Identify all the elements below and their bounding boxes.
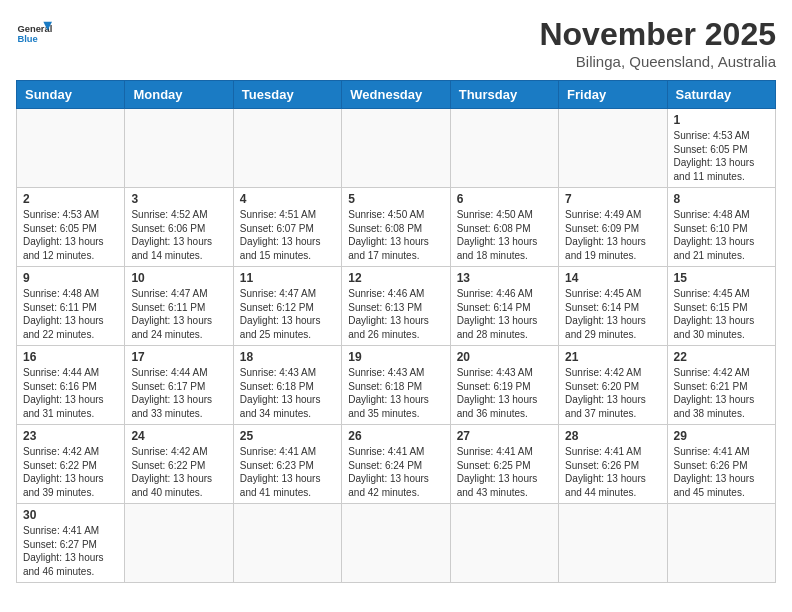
day-info: Sunrise: 4:50 AM Sunset: 6:08 PM Dayligh… bbox=[348, 208, 443, 262]
calendar-cell: 20Sunrise: 4:43 AM Sunset: 6:19 PM Dayli… bbox=[450, 346, 558, 425]
header-cell-wednesday: Wednesday bbox=[342, 81, 450, 109]
day-info: Sunrise: 4:50 AM Sunset: 6:08 PM Dayligh… bbox=[457, 208, 552, 262]
day-info: Sunrise: 4:44 AM Sunset: 6:17 PM Dayligh… bbox=[131, 366, 226, 420]
month-title: November 2025 bbox=[539, 16, 776, 53]
day-number: 4 bbox=[240, 192, 335, 206]
title-area: November 2025 Bilinga, Queensland, Austr… bbox=[539, 16, 776, 70]
logo-icon: General Blue bbox=[16, 16, 52, 52]
day-info: Sunrise: 4:42 AM Sunset: 6:22 PM Dayligh… bbox=[131, 445, 226, 499]
header-cell-friday: Friday bbox=[559, 81, 667, 109]
calendar-cell: 22Sunrise: 4:42 AM Sunset: 6:21 PM Dayli… bbox=[667, 346, 775, 425]
calendar-cell: 9Sunrise: 4:48 AM Sunset: 6:11 PM Daylig… bbox=[17, 267, 125, 346]
day-info: Sunrise: 4:42 AM Sunset: 6:20 PM Dayligh… bbox=[565, 366, 660, 420]
day-number: 17 bbox=[131, 350, 226, 364]
calendar-cell: 2Sunrise: 4:53 AM Sunset: 6:05 PM Daylig… bbox=[17, 188, 125, 267]
calendar-cell: 17Sunrise: 4:44 AM Sunset: 6:17 PM Dayli… bbox=[125, 346, 233, 425]
day-number: 2 bbox=[23, 192, 118, 206]
day-info: Sunrise: 4:45 AM Sunset: 6:14 PM Dayligh… bbox=[565, 287, 660, 341]
header-cell-tuesday: Tuesday bbox=[233, 81, 341, 109]
calendar-cell bbox=[450, 109, 558, 188]
day-info: Sunrise: 4:52 AM Sunset: 6:06 PM Dayligh… bbox=[131, 208, 226, 262]
calendar-cell: 11Sunrise: 4:47 AM Sunset: 6:12 PM Dayli… bbox=[233, 267, 341, 346]
day-info: Sunrise: 4:49 AM Sunset: 6:09 PM Dayligh… bbox=[565, 208, 660, 262]
day-number: 25 bbox=[240, 429, 335, 443]
day-number: 29 bbox=[674, 429, 769, 443]
day-number: 28 bbox=[565, 429, 660, 443]
day-number: 27 bbox=[457, 429, 552, 443]
day-info: Sunrise: 4:41 AM Sunset: 6:25 PM Dayligh… bbox=[457, 445, 552, 499]
calendar-week-row: 23Sunrise: 4:42 AM Sunset: 6:22 PM Dayli… bbox=[17, 425, 776, 504]
day-info: Sunrise: 4:51 AM Sunset: 6:07 PM Dayligh… bbox=[240, 208, 335, 262]
calendar-cell: 3Sunrise: 4:52 AM Sunset: 6:06 PM Daylig… bbox=[125, 188, 233, 267]
location-title: Bilinga, Queensland, Australia bbox=[539, 53, 776, 70]
day-info: Sunrise: 4:43 AM Sunset: 6:19 PM Dayligh… bbox=[457, 366, 552, 420]
calendar-week-row: 9Sunrise: 4:48 AM Sunset: 6:11 PM Daylig… bbox=[17, 267, 776, 346]
day-info: Sunrise: 4:47 AM Sunset: 6:12 PM Dayligh… bbox=[240, 287, 335, 341]
calendar-cell: 4Sunrise: 4:51 AM Sunset: 6:07 PM Daylig… bbox=[233, 188, 341, 267]
calendar-cell: 18Sunrise: 4:43 AM Sunset: 6:18 PM Dayli… bbox=[233, 346, 341, 425]
day-number: 26 bbox=[348, 429, 443, 443]
calendar-cell bbox=[450, 504, 558, 583]
day-number: 6 bbox=[457, 192, 552, 206]
calendar-cell: 28Sunrise: 4:41 AM Sunset: 6:26 PM Dayli… bbox=[559, 425, 667, 504]
calendar-cell: 13Sunrise: 4:46 AM Sunset: 6:14 PM Dayli… bbox=[450, 267, 558, 346]
calendar-week-row: 2Sunrise: 4:53 AM Sunset: 6:05 PM Daylig… bbox=[17, 188, 776, 267]
calendar-week-row: 1Sunrise: 4:53 AM Sunset: 6:05 PM Daylig… bbox=[17, 109, 776, 188]
calendar-cell: 5Sunrise: 4:50 AM Sunset: 6:08 PM Daylig… bbox=[342, 188, 450, 267]
day-number: 23 bbox=[23, 429, 118, 443]
calendar-cell bbox=[559, 109, 667, 188]
calendar-cell bbox=[342, 504, 450, 583]
day-number: 18 bbox=[240, 350, 335, 364]
calendar-cell: 23Sunrise: 4:42 AM Sunset: 6:22 PM Dayli… bbox=[17, 425, 125, 504]
day-info: Sunrise: 4:41 AM Sunset: 6:26 PM Dayligh… bbox=[674, 445, 769, 499]
calendar-cell: 10Sunrise: 4:47 AM Sunset: 6:11 PM Dayli… bbox=[125, 267, 233, 346]
calendar-cell: 14Sunrise: 4:45 AM Sunset: 6:14 PM Dayli… bbox=[559, 267, 667, 346]
day-info: Sunrise: 4:41 AM Sunset: 6:24 PM Dayligh… bbox=[348, 445, 443, 499]
calendar-cell bbox=[233, 109, 341, 188]
calendar-cell bbox=[342, 109, 450, 188]
calendar-cell: 19Sunrise: 4:43 AM Sunset: 6:18 PM Dayli… bbox=[342, 346, 450, 425]
day-number: 11 bbox=[240, 271, 335, 285]
day-info: Sunrise: 4:46 AM Sunset: 6:14 PM Dayligh… bbox=[457, 287, 552, 341]
day-number: 9 bbox=[23, 271, 118, 285]
calendar-cell: 24Sunrise: 4:42 AM Sunset: 6:22 PM Dayli… bbox=[125, 425, 233, 504]
calendar-cell: 27Sunrise: 4:41 AM Sunset: 6:25 PM Dayli… bbox=[450, 425, 558, 504]
day-info: Sunrise: 4:43 AM Sunset: 6:18 PM Dayligh… bbox=[348, 366, 443, 420]
header-cell-thursday: Thursday bbox=[450, 81, 558, 109]
day-info: Sunrise: 4:47 AM Sunset: 6:11 PM Dayligh… bbox=[131, 287, 226, 341]
logo: General Blue bbox=[16, 16, 52, 52]
day-number: 5 bbox=[348, 192, 443, 206]
day-number: 13 bbox=[457, 271, 552, 285]
calendar-cell: 7Sunrise: 4:49 AM Sunset: 6:09 PM Daylig… bbox=[559, 188, 667, 267]
day-number: 21 bbox=[565, 350, 660, 364]
calendar-cell bbox=[233, 504, 341, 583]
header: General Blue November 2025 Bilinga, Quee… bbox=[16, 16, 776, 70]
day-info: Sunrise: 4:43 AM Sunset: 6:18 PM Dayligh… bbox=[240, 366, 335, 420]
calendar-cell bbox=[667, 504, 775, 583]
day-number: 7 bbox=[565, 192, 660, 206]
day-info: Sunrise: 4:53 AM Sunset: 6:05 PM Dayligh… bbox=[674, 129, 769, 183]
calendar-cell: 30Sunrise: 4:41 AM Sunset: 6:27 PM Dayli… bbox=[17, 504, 125, 583]
day-number: 16 bbox=[23, 350, 118, 364]
calendar-cell: 25Sunrise: 4:41 AM Sunset: 6:23 PM Dayli… bbox=[233, 425, 341, 504]
calendar-cell: 15Sunrise: 4:45 AM Sunset: 6:15 PM Dayli… bbox=[667, 267, 775, 346]
day-info: Sunrise: 4:41 AM Sunset: 6:27 PM Dayligh… bbox=[23, 524, 118, 578]
calendar-cell bbox=[125, 109, 233, 188]
day-number: 22 bbox=[674, 350, 769, 364]
calendar-cell: 6Sunrise: 4:50 AM Sunset: 6:08 PM Daylig… bbox=[450, 188, 558, 267]
day-number: 15 bbox=[674, 271, 769, 285]
day-info: Sunrise: 4:41 AM Sunset: 6:23 PM Dayligh… bbox=[240, 445, 335, 499]
calendar-table: SundayMondayTuesdayWednesdayThursdayFrid… bbox=[16, 80, 776, 583]
day-number: 14 bbox=[565, 271, 660, 285]
day-info: Sunrise: 4:48 AM Sunset: 6:11 PM Dayligh… bbox=[23, 287, 118, 341]
day-number: 24 bbox=[131, 429, 226, 443]
day-number: 1 bbox=[674, 113, 769, 127]
calendar-cell: 1Sunrise: 4:53 AM Sunset: 6:05 PM Daylig… bbox=[667, 109, 775, 188]
day-info: Sunrise: 4:41 AM Sunset: 6:26 PM Dayligh… bbox=[565, 445, 660, 499]
day-number: 10 bbox=[131, 271, 226, 285]
day-number: 12 bbox=[348, 271, 443, 285]
day-info: Sunrise: 4:42 AM Sunset: 6:22 PM Dayligh… bbox=[23, 445, 118, 499]
day-number: 19 bbox=[348, 350, 443, 364]
day-info: Sunrise: 4:45 AM Sunset: 6:15 PM Dayligh… bbox=[674, 287, 769, 341]
calendar-cell: 12Sunrise: 4:46 AM Sunset: 6:13 PM Dayli… bbox=[342, 267, 450, 346]
